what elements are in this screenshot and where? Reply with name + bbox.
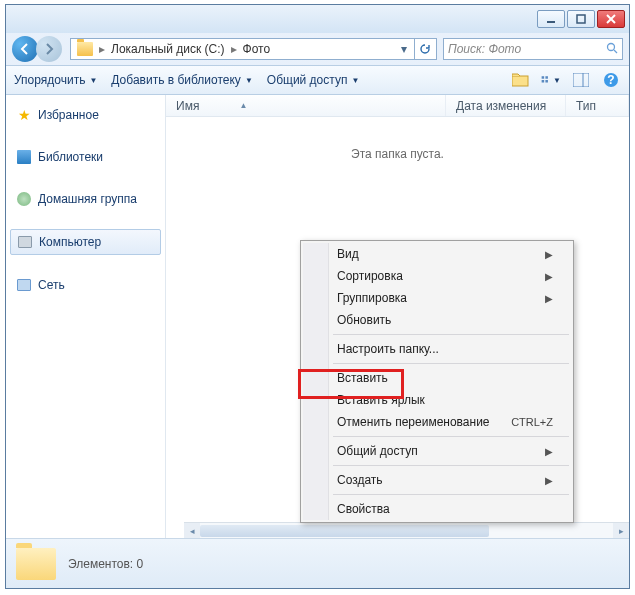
view-options-button[interactable]: ▼ [541, 71, 561, 89]
scroll-right-icon[interactable]: ▸ [613, 523, 629, 539]
share-menu[interactable]: Общий доступ▼ [267, 73, 360, 87]
svg-rect-11 [573, 73, 589, 87]
menu-item-new[interactable]: Создать▶ [303, 469, 571, 491]
context-menu: Вид▶ Сортировка▶ Группировка▶ Обновить Н… [300, 240, 574, 523]
menu-item-paste-shortcut[interactable]: Вставить ярлык [303, 389, 571, 411]
chevron-right-icon: ▸ [229, 42, 239, 56]
sort-asc-icon: ▲ [239, 101, 247, 110]
menu-item-refresh[interactable]: Обновить [303, 309, 571, 331]
breadcrumb-drive[interactable]: Локальный диск (C:) [107, 42, 229, 56]
svg-rect-10 [545, 80, 548, 83]
preview-pane-button[interactable] [571, 71, 591, 89]
folder-icon [16, 548, 56, 580]
close-button[interactable] [597, 10, 625, 28]
breadcrumb-dropdown[interactable]: ▾ [394, 39, 414, 59]
refresh-icon[interactable] [414, 39, 434, 59]
svg-point-4 [608, 43, 615, 50]
homegroup-icon [16, 191, 32, 207]
menu-item-undo[interactable]: Отменить переименованиеCTRL+Z [303, 411, 571, 433]
menu-item-customize[interactable]: Настроить папку... [303, 338, 571, 360]
star-icon: ★ [16, 107, 32, 123]
navigation-pane: ★Избранное Библиотеки Домашняя группа Ко… [6, 95, 166, 538]
search-input[interactable]: Поиск: Фото [443, 38, 623, 60]
menu-separator [333, 465, 569, 466]
menu-item-paste[interactable]: Вставить [303, 367, 571, 389]
column-headers: Имя▲ Дата изменения Тип [166, 95, 629, 117]
network-icon [16, 277, 32, 293]
add-to-library-menu[interactable]: Добавить в библиотеку▼ [111, 73, 252, 87]
new-folder-icon[interactable] [511, 71, 531, 89]
libraries-icon [16, 149, 32, 165]
status-text: Элементов: 0 [68, 557, 143, 571]
search-icon [606, 42, 618, 57]
submenu-arrow-icon: ▶ [545, 475, 553, 486]
chevron-right-icon: ▸ [97, 42, 107, 56]
column-type[interactable]: Тип [566, 95, 629, 116]
toolbar: Упорядочить▼ Добавить в библиотеку▼ Общи… [6, 65, 629, 95]
folder-icon [77, 42, 93, 56]
column-name[interactable]: Имя▲ [166, 95, 446, 116]
svg-text:?: ? [607, 73, 614, 87]
svg-line-5 [614, 50, 617, 53]
menu-item-group[interactable]: Группировка▶ [303, 287, 571, 309]
breadcrumb-folder[interactable]: Фото [239, 42, 275, 56]
svg-rect-7 [542, 76, 545, 79]
search-placeholder: Поиск: Фото [448, 42, 521, 56]
shortcut-text: CTRL+Z [511, 416, 553, 428]
minimize-button[interactable] [537, 10, 565, 28]
svg-rect-6 [512, 76, 528, 86]
breadcrumb-box[interactable]: ▸ Локальный диск (C:) ▸ Фото ▾ [70, 38, 437, 60]
submenu-arrow-icon: ▶ [545, 293, 553, 304]
empty-folder-text: Эта папка пуста. [166, 147, 629, 161]
submenu-arrow-icon: ▶ [545, 446, 553, 457]
svg-rect-8 [545, 76, 548, 79]
sidebar-item-computer[interactable]: Компьютер [10, 229, 161, 255]
sidebar-item-network[interactable]: Сеть [10, 273, 161, 297]
status-bar: Элементов: 0 [6, 538, 629, 588]
horizontal-scrollbar[interactable]: ◂ ▸ [184, 522, 629, 538]
back-button[interactable] [12, 36, 38, 62]
maximize-button[interactable] [567, 10, 595, 28]
computer-icon [17, 234, 33, 250]
menu-separator [333, 436, 569, 437]
forward-button[interactable] [36, 36, 62, 62]
menu-separator [333, 363, 569, 364]
scroll-thumb[interactable] [200, 525, 489, 537]
menu-item-sort[interactable]: Сортировка▶ [303, 265, 571, 287]
svg-rect-1 [577, 15, 585, 23]
help-icon[interactable]: ? [601, 71, 621, 89]
address-bar: ▸ Локальный диск (C:) ▸ Фото ▾ Поиск: Фо… [6, 33, 629, 65]
submenu-arrow-icon: ▶ [545, 271, 553, 282]
menu-item-share[interactable]: Общий доступ▶ [303, 440, 571, 462]
svg-rect-9 [542, 80, 545, 83]
sidebar-item-libraries[interactable]: Библиотеки [10, 145, 161, 169]
submenu-arrow-icon: ▶ [545, 249, 553, 260]
nav-buttons [12, 36, 64, 62]
scroll-track[interactable] [200, 523, 613, 538]
organize-menu[interactable]: Упорядочить▼ [14, 73, 97, 87]
menu-item-properties[interactable]: Свойства [303, 498, 571, 520]
menu-item-view[interactable]: Вид▶ [303, 243, 571, 265]
scroll-left-icon[interactable]: ◂ [184, 523, 200, 539]
sidebar-item-homegroup[interactable]: Домашняя группа [10, 187, 161, 211]
menu-separator [333, 334, 569, 335]
titlebar [6, 5, 629, 33]
menu-separator [333, 494, 569, 495]
column-modified[interactable]: Дата изменения [446, 95, 566, 116]
sidebar-item-favorites[interactable]: ★Избранное [10, 103, 161, 127]
